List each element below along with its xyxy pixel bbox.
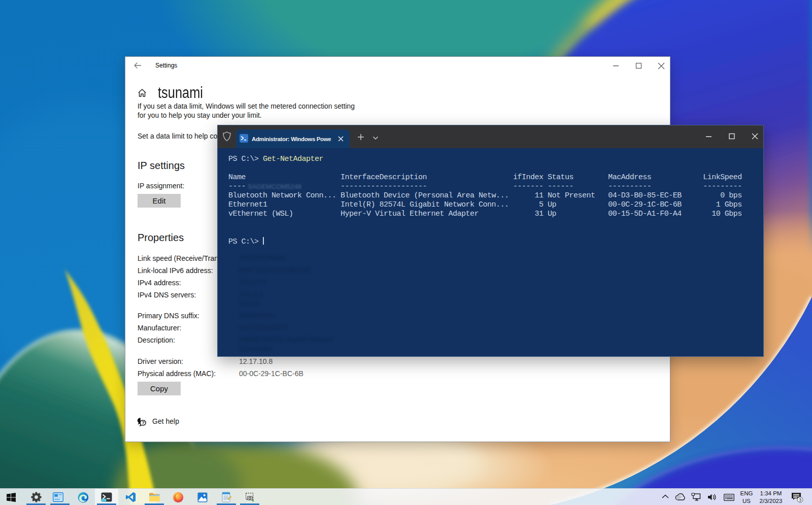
svg-text:3: 3 xyxy=(799,497,801,502)
svg-text:?: ? xyxy=(142,420,144,425)
